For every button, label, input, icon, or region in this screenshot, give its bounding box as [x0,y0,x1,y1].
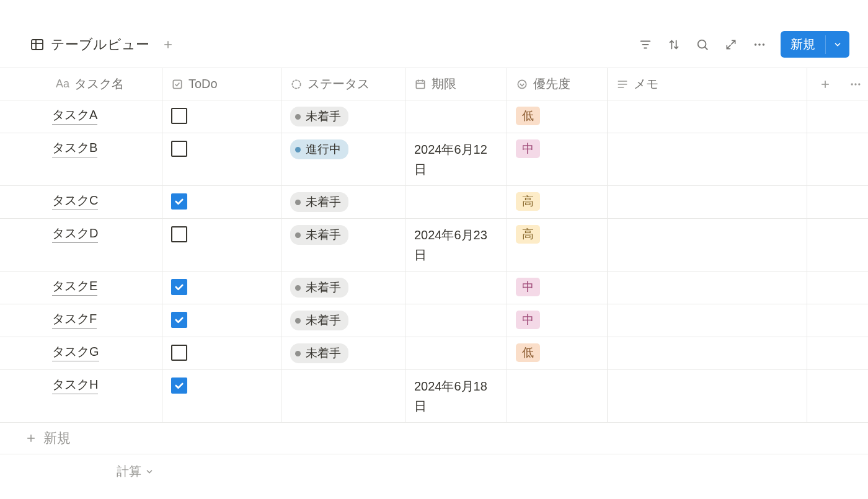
table-row[interactable]: タスクE未着手中 [0,272,868,304]
cell-priority[interactable]: 高 [507,186,608,218]
priority-tag: 低 [516,107,540,125]
cell-status[interactable]: 進行中 [281,133,405,185]
cell-priority[interactable]: 低 [507,337,608,369]
cell-deadline[interactable]: 2024年6月12日 [405,133,507,185]
cell-name[interactable]: タスクC [0,186,162,218]
cell-memo[interactable] [608,304,807,337]
column-header-deadline[interactable]: 期限 [405,68,507,100]
status-label: 未着手 [306,227,341,243]
cell-todo[interactable] [162,100,281,133]
cell-priority[interactable]: 中 [507,272,608,304]
search-icon[interactable] [695,37,710,52]
cell-deadline[interactable] [405,186,507,218]
priority-tag: 高 [516,225,540,244]
add-view-button[interactable] [161,37,175,52]
column-header-status[interactable]: ステータス [281,68,405,100]
cell-deadline[interactable] [405,337,507,369]
cell-priority[interactable]: 中 [507,133,608,185]
cell-todo[interactable] [162,186,281,218]
task-name: タスクC [52,192,98,210]
cell-name[interactable]: タスクA [0,100,162,133]
new-button[interactable]: 新規 [781,31,849,58]
cell-status[interactable]: 未着手 [281,100,405,133]
cell-deadline[interactable] [405,272,507,304]
cell-memo[interactable] [608,100,807,133]
cell-status[interactable]: 未着手 [281,304,405,337]
cell-todo[interactable] [162,337,281,369]
table-row[interactable]: タスクD未着手2024年6月23日高 [0,219,868,272]
checkbox[interactable] [171,141,187,157]
cell-name[interactable]: タスクD [0,219,162,271]
cell-memo[interactable] [608,133,807,185]
column-header-todo[interactable]: ToDo [162,68,281,100]
status-pill: 未着手 [290,343,348,363]
column-header-label: タスク名 [74,76,124,92]
checkbox[interactable] [171,226,187,242]
cell-deadline[interactable]: 2024年6月23日 [405,219,507,271]
filter-icon[interactable] [638,37,653,52]
table-row[interactable]: タスクF未着手中 [0,304,868,337]
cell-deadline[interactable] [405,100,507,133]
cell-name[interactable]: タスクB [0,133,162,185]
cell-memo[interactable] [608,219,807,271]
table-row[interactable]: タスクG未着手低 [0,337,868,370]
column-header-label: 期限 [432,76,456,92]
view-tab[interactable]: テーブルビュー [30,35,149,54]
add-row-button[interactable]: 新規 [0,423,868,454]
cell-memo[interactable] [608,272,807,304]
cell-priority[interactable] [507,370,608,422]
cell-todo[interactable] [162,370,281,422]
checkbox[interactable] [171,108,187,124]
cell-memo[interactable] [608,370,807,422]
cell-name[interactable]: タスクG [0,337,162,369]
table-row[interactable]: タスクC未着手高 [0,186,868,219]
checkbox[interactable] [171,378,187,394]
status-pill: 未着手 [290,311,348,330]
cell-status[interactable]: 未着手 [281,219,405,271]
table-row[interactable]: タスクB進行中2024年6月12日中 [0,133,868,186]
cell-empty [807,219,843,271]
checkbox[interactable] [171,279,187,295]
cell-empty [843,133,868,185]
sort-icon[interactable] [666,37,681,52]
cell-name[interactable]: タスクF [0,304,162,337]
cell-status[interactable] [281,370,405,422]
cell-todo[interactable] [162,272,281,304]
column-header-name[interactable]: Aa タスク名 [0,68,162,100]
checkbox[interactable] [171,312,187,328]
table-row[interactable]: タスクA未着手低 [0,100,868,133]
cell-status[interactable]: 未着手 [281,337,405,369]
cell-memo[interactable] [608,186,807,218]
status-label: 未着手 [306,280,341,296]
cell-deadline[interactable]: 2024年6月18日 [405,370,507,422]
cell-empty [843,100,868,133]
cell-priority[interactable]: 中 [507,304,608,337]
cell-todo[interactable] [162,304,281,337]
cell-status[interactable]: 未着手 [281,186,405,218]
cell-deadline[interactable] [405,304,507,337]
checkbox[interactable] [171,345,187,361]
database-header: テーブルビュー 新規 [0,31,868,68]
table-row[interactable]: タスクH2024年6月18日 [0,370,868,423]
status-label: 未着手 [306,312,341,329]
svg-line-9 [705,46,708,50]
cell-todo[interactable] [162,219,281,271]
cell-name[interactable]: タスクH [0,370,162,422]
cell-memo[interactable] [608,337,807,369]
more-icon[interactable] [752,37,767,52]
checkbox-type-icon [171,78,184,91]
checkbox[interactable] [171,193,187,210]
cell-name[interactable]: タスクE [0,272,162,304]
chevron-down-icon[interactable] [825,35,849,54]
add-column-button[interactable] [807,68,843,100]
column-more-button[interactable] [843,68,868,100]
expand-icon[interactable] [724,37,738,52]
cell-todo[interactable] [162,133,281,185]
cell-priority[interactable]: 低 [507,100,608,133]
cell-priority[interactable]: 高 [507,219,608,271]
column-header-priority[interactable]: 優先度 [507,68,608,100]
task-name: タスクD [52,225,98,243]
calculation-button[interactable]: 計算 [0,463,162,480]
cell-status[interactable]: 未着手 [281,272,405,304]
column-header-memo[interactable]: メモ [608,68,807,100]
